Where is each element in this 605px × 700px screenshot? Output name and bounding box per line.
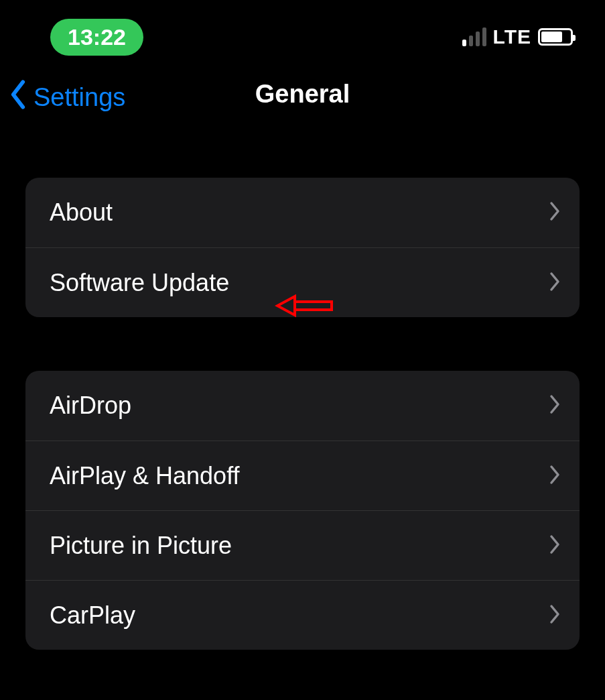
- chevron-right-icon: [549, 201, 561, 224]
- chevron-right-icon: [549, 534, 561, 557]
- cellular-signal-icon: [462, 27, 486, 46]
- chevron-right-icon: [549, 465, 561, 487]
- chevron-right-icon: [549, 394, 561, 417]
- row-label: Software Update: [50, 269, 229, 297]
- row-airdrop[interactable]: AirDrop: [25, 371, 580, 441]
- battery-icon: [538, 28, 573, 46]
- nav-bar: Settings General: [0, 64, 605, 131]
- row-label: AirPlay & Handoff: [50, 462, 239, 490]
- network-label: LTE: [493, 25, 531, 48]
- page-title: General: [0, 80, 605, 109]
- row-label: Picture in Picture: [50, 532, 232, 560]
- row-carplay[interactable]: CarPlay: [25, 580, 580, 650]
- chevron-right-icon: [549, 272, 561, 294]
- row-label: AirDrop: [50, 392, 131, 420]
- chevron-right-icon: [549, 604, 561, 627]
- row-about[interactable]: About: [25, 178, 580, 247]
- row-airplay-handoff[interactable]: AirPlay & Handoff: [25, 441, 580, 510]
- status-time: 13:22: [68, 24, 126, 50]
- settings-group: About Software Update: [25, 178, 580, 317]
- time-pill[interactable]: 13:22: [50, 19, 143, 56]
- row-label: About: [50, 198, 113, 227]
- content: About Software Update AirDrop AirPlay & …: [0, 178, 605, 650]
- row-picture-in-picture[interactable]: Picture in Picture: [25, 510, 580, 580]
- status-bar: 13:22 LTE: [0, 0, 605, 64]
- row-label: CarPlay: [50, 601, 135, 630]
- status-right: LTE: [462, 25, 573, 48]
- settings-group: AirDrop AirPlay & Handoff Picture in Pic…: [25, 371, 580, 650]
- row-software-update[interactable]: Software Update: [25, 247, 580, 317]
